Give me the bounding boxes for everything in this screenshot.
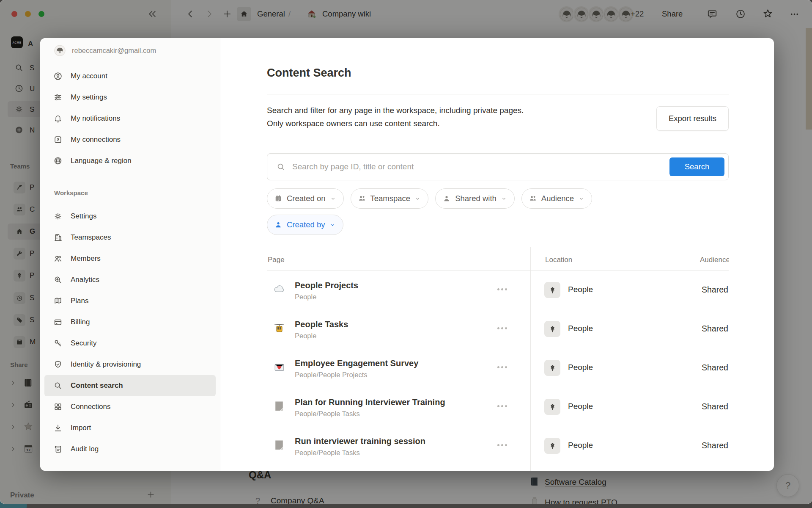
row-menu-icon[interactable] (497, 327, 507, 329)
nav-item-label: Plans (71, 297, 89, 305)
description-line: Only workspace owners can use content se… (267, 117, 524, 130)
column-header-page: Page (268, 256, 285, 264)
filter-shared-with[interactable]: Shared with (435, 188, 515, 209)
nav-item-label: Language & region (71, 157, 132, 165)
nav-item-label: My account (71, 72, 107, 80)
settings-nav-item-settings[interactable]: Settings (44, 206, 216, 227)
page-doc-icon (273, 400, 285, 412)
building-icon (53, 233, 63, 242)
nav-item-label: Connections (71, 403, 111, 411)
teamspace-flower-icon (544, 321, 560, 337)
nav-item-label: My settings (71, 93, 107, 102)
table-row[interactable]: Employee Engagement SurveyPeople/People … (267, 348, 729, 387)
settings-nav-item-connections[interactable]: Connections (44, 396, 216, 417)
filter-created-by[interactable]: Created by (267, 215, 343, 235)
account-email: rebeccamcakir@gmail.com (72, 47, 156, 55)
filter-teamspace[interactable]: Teamspace (351, 188, 429, 209)
page-title[interactable]: Plan for Running Interviewer Training (295, 398, 445, 407)
download-icon (53, 423, 63, 433)
table-row[interactable]: People ProjectsPeople People Shared (267, 271, 729, 309)
page-path: People/People Tasks (295, 448, 425, 457)
shield-check-icon (53, 360, 63, 369)
row-menu-icon[interactable] (497, 405, 507, 407)
chevron-down-icon (329, 222, 336, 228)
row-audience: Shared (702, 402, 728, 411)
gear-icon (53, 212, 63, 221)
nav-item-label: Settings (71, 212, 96, 221)
page-title[interactable]: Employee Engagement Survey (295, 359, 418, 368)
people-icon (53, 254, 63, 263)
page-title[interactable]: Run interviewer training session (295, 436, 425, 446)
row-menu-icon[interactable] (497, 288, 507, 290)
search-input[interactable] (291, 162, 669, 172)
account-header: rebeccamcakir@gmail.com (54, 44, 220, 57)
column-header-location: Location (545, 256, 572, 264)
page-description: Search and filter for any page in the wo… (267, 104, 524, 130)
chevron-down-icon (578, 196, 584, 202)
nav-item-label: Members (71, 254, 101, 263)
table-header: Page Location Audience (267, 247, 729, 271)
globe-icon (53, 156, 63, 166)
settings-nav-item-members[interactable]: Members (44, 248, 216, 269)
filter-label: Audience (541, 194, 574, 203)
chevron-down-icon (501, 196, 507, 202)
desktop-background: ACME A S U S N Teams P C G P P S S M Sha… (0, 0, 812, 508)
row-audience: Shared (702, 285, 728, 295)
row-audience: Shared (702, 324, 728, 334)
settings-nav-item-audit-log[interactable]: Audit log (44, 439, 216, 460)
page-path: People/People Tasks (295, 409, 445, 418)
settings-nav-item-my-settings[interactable]: My settings (44, 87, 216, 108)
page-title[interactable]: People Projects (295, 281, 358, 290)
teamspace-flower-icon (544, 399, 560, 415)
nav-item-label: My connections (71, 135, 121, 144)
settings-nav-item-teamspaces[interactable]: Teamspaces (44, 227, 216, 248)
filter-label: Teamspace (370, 194, 411, 203)
filter-audience[interactable]: Audience (521, 188, 592, 209)
search-button[interactable]: Search (669, 157, 724, 176)
column-header-audience: Audience (700, 256, 729, 264)
key-icon (53, 339, 63, 348)
nav-item-label: Content search (71, 381, 123, 390)
results-table: Page Location Audience People ProjectsPe… (267, 247, 729, 471)
teamspace-flower-icon (544, 360, 560, 376)
row-menu-icon[interactable] (497, 366, 507, 368)
settings-nav-item-my-notifications[interactable]: My notifications (44, 108, 216, 129)
content-search-panel: Content Search Search and filter for any… (220, 38, 774, 471)
settings-nav-item-import[interactable]: Import (44, 417, 216, 439)
app-window: ACME A S U S N Teams P C G P P S S M Sha… (0, 0, 812, 504)
people-icon (358, 194, 366, 203)
row-location: People (568, 402, 593, 411)
table-row[interactable]: Plan for Running Interviewer TrainingPeo… (267, 387, 729, 426)
table-row[interactable]: Run interviewer training sessionPeople/P… (267, 426, 729, 465)
settings-nav-item-content-search[interactable]: Content search (44, 375, 216, 396)
filter-created-on[interactable]: Created on (267, 188, 344, 209)
row-audience: Shared (702, 441, 728, 450)
export-results-button[interactable]: Export results (656, 106, 729, 131)
teamspace-flower-icon (544, 282, 560, 298)
settings-nav-item-analytics[interactable]: Analytics (44, 269, 216, 290)
people-icon (529, 194, 537, 203)
settings-nav-item-my-account[interactable]: My account (44, 66, 216, 87)
nav-item-label: Identity & provisioning (71, 360, 141, 369)
love-letter-icon (273, 361, 285, 373)
row-audience: Shared (702, 363, 728, 373)
settings-nav-item-identity-provisioning[interactable]: Identity & provisioning (44, 354, 216, 375)
settings-nav-item-language-region[interactable]: Language & region (44, 150, 216, 171)
page-title[interactable]: People Tasks (295, 320, 348, 329)
settings-nav-item-plans[interactable]: Plans (44, 290, 216, 312)
search-bar: Search (267, 153, 729, 180)
settings-nav-item-my-connections[interactable]: My connections (44, 129, 216, 150)
table-row[interactable]: People TasksPeople People Shared (267, 309, 729, 348)
person-icon (442, 194, 451, 203)
sliders-icon (53, 93, 63, 102)
filter-row: Created by (267, 215, 729, 235)
credit-card-icon (53, 318, 63, 327)
settings-nav-item-billing[interactable]: Billing (44, 312, 216, 333)
settings-modal: rebeccamcakir@gmail.com My account My se… (40, 38, 774, 471)
grid-icon (53, 402, 63, 411)
row-location: People (568, 441, 593, 450)
settings-nav: rebeccamcakir@gmail.com My account My se… (40, 38, 220, 471)
filter-label: Created on (287, 194, 326, 203)
settings-nav-item-security[interactable]: Security (44, 333, 216, 354)
row-menu-icon[interactable] (497, 444, 507, 446)
